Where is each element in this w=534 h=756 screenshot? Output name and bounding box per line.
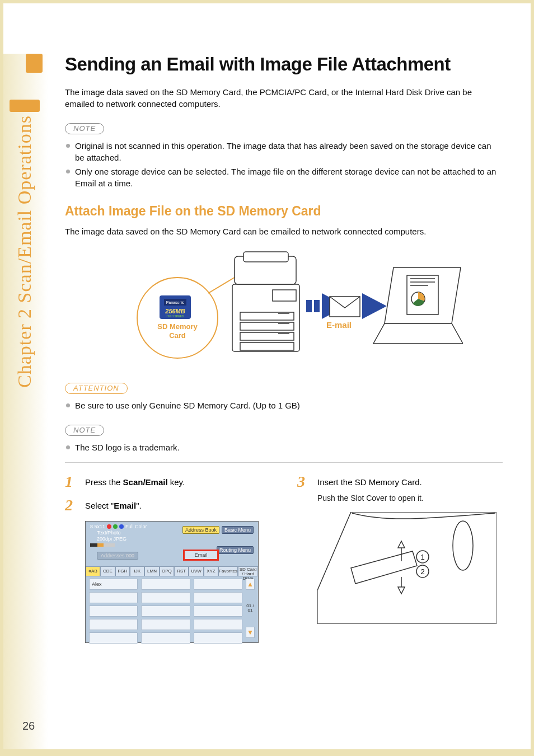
title-accent — [26, 54, 43, 73]
color-mode: Full Color — [125, 524, 147, 529]
address-entry[interactable] — [141, 619, 190, 630]
tab-lmn[interactable]: LMN — [144, 566, 159, 576]
step-number: 2 — [65, 497, 77, 513]
attention-pill: ATTENTION — [65, 383, 128, 394]
svg-rect-7 — [273, 290, 296, 301]
email-label: E-mail — [326, 320, 352, 330]
svg-marker-21 — [373, 323, 463, 344]
touch-panel-screenshot: 8.5x11 Full Color xxText/Photo xx200dpi … — [85, 521, 259, 643]
top-notes-list: Original is not scanned in this operatio… — [65, 140, 503, 189]
step-text: Insert the SD Memory Card. — [317, 476, 424, 489]
addresses-count: Addresses:000 — [97, 552, 138, 560]
tab-uvw[interactable]: UVW — [189, 566, 203, 576]
address-entry[interactable] — [141, 592, 190, 603]
address-entry[interactable] — [89, 619, 138, 630]
note-item: Original is not scanned in this operatio… — [65, 140, 503, 163]
resolution: 200dpi JPEG — [97, 536, 127, 542]
step-text: ". — [136, 501, 142, 510]
callout-2: 2 — [420, 567, 424, 576]
tab-cde[interactable]: CDE — [100, 566, 115, 576]
note-pill: NOTE — [65, 425, 104, 436]
step-subtext: Push the Slot Cover to open it. — [317, 492, 424, 504]
chapter-side-tab: Chapter 2 Scan/Email Operations — [8, 100, 41, 388]
address-entry[interactable] — [89, 592, 138, 603]
doc-type: Text/Photo — [97, 530, 121, 536]
step-text: Select " — [85, 501, 114, 510]
bottom-notes-list: The SD logo is a trademark. — [65, 442, 503, 453]
step-number: 1 — [65, 474, 77, 490]
basic-menu-button[interactable]: Basic Menu — [222, 526, 254, 534]
note-pill: NOTE — [65, 123, 104, 134]
paper-size: 8.5x11 — [90, 524, 105, 529]
svg-rect-15 — [306, 300, 312, 312]
tab-opq[interactable]: OPQ — [160, 566, 174, 576]
section-body: The image data saved on the SD Memory Ca… — [65, 226, 503, 237]
svg-marker-19 — [362, 293, 387, 319]
step-2: 2 Select "Email". — [65, 497, 270, 513]
tab-ab[interactable]: #AB — [86, 566, 100, 576]
sd-label-1: SD Memory — [157, 322, 198, 331]
step-bold: Email — [114, 501, 136, 510]
callout-1: 1 — [420, 553, 424, 561]
page-number: 26 — [22, 720, 35, 732]
step-1: 1 Press the Scan/Email key. — [65, 474, 270, 490]
address-entry[interactable]: Alex — [89, 579, 138, 590]
tab-rst[interactable]: RST — [174, 566, 189, 576]
scroll-up-button[interactable]: ▲ — [246, 579, 255, 590]
intro-paragraph: The image data saved on the SD Memory Ca… — [65, 86, 503, 110]
svg-rect-6 — [243, 252, 288, 262]
chapter-label: Chapter 2 Scan/Email Operations — [14, 115, 35, 388]
sd-brand: Panasonic — [166, 300, 185, 304]
tab-ijk[interactable]: IJK — [130, 566, 144, 576]
attention-item: Be sure to use only Genuine SD Memory Ca… — [65, 400, 503, 411]
step-3: 3 Insert the SD Memory Card. Push the Sl… — [297, 474, 503, 504]
side-tab-marker — [10, 100, 40, 112]
svg-rect-16 — [314, 300, 320, 312]
sd-speed: HIGH SPEED — [167, 314, 184, 318]
divider — [65, 462, 503, 463]
scroll-down-button[interactable]: ▼ — [246, 627, 255, 638]
step-text: Press the — [85, 477, 123, 487]
address-entry[interactable] — [194, 605, 242, 617]
step-text: key. — [168, 477, 185, 487]
attention-list: Be sure to use only Genuine SD Memory Ca… — [65, 400, 503, 411]
alpha-tabs: #AB CDE FGH IJK LMN OPQ RST UVW XYZ Favo… — [86, 566, 258, 576]
sd-size: 256MB — [165, 308, 185, 314]
page-indicator: 01 / 01 — [245, 604, 256, 613]
address-entry[interactable] — [141, 579, 190, 590]
sd-label-2: Card — [169, 331, 186, 340]
email-button[interactable]: Email — [183, 550, 219, 561]
address-entry[interactable] — [194, 579, 242, 590]
address-entry[interactable] — [141, 632, 190, 644]
tab-fgh[interactable]: FGH — [115, 566, 130, 576]
address-entry[interactable] — [89, 632, 138, 644]
email-flow-diagram: Panasonic 256MB HIGH SPEED SD Memory Car… — [105, 245, 463, 368]
step-bold: Scan/Email — [123, 477, 168, 487]
address-entry[interactable] — [194, 632, 242, 644]
step-number: 3 — [297, 474, 310, 504]
address-book-button[interactable]: Address Book — [182, 526, 219, 534]
address-entry[interactable] — [141, 605, 190, 617]
sd-slot-illustration: 1 2 — [317, 512, 496, 624]
address-entry[interactable] — [89, 605, 138, 617]
note-item: Only one storage device can be selected.… — [65, 166, 503, 189]
note-item: The SD logo is a trademark. — [65, 442, 503, 453]
svg-rect-11 — [240, 342, 294, 350]
routing-menu-button[interactable]: Routing Menu — [217, 546, 254, 554]
tab-sd-hdd[interactable]: SD Card / Hard Drive — [238, 566, 258, 576]
page-title: Sending an Email with Image File Attachm… — [65, 54, 503, 75]
tab-xyz[interactable]: XYZ — [204, 566, 218, 576]
tab-favorites[interactable]: Favorites — [218, 566, 238, 576]
section-heading: Attach Image File on the SD Memory Card — [65, 204, 503, 219]
address-entry[interactable] — [194, 619, 242, 630]
address-entry[interactable] — [194, 592, 242, 603]
